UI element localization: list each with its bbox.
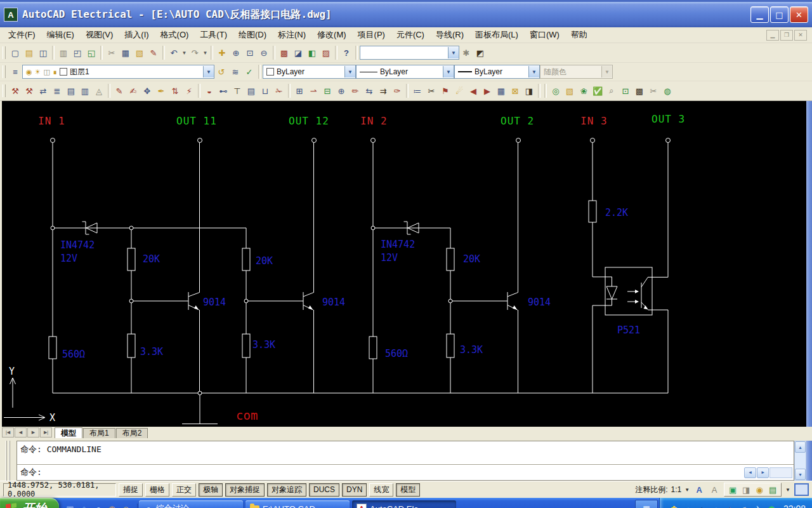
chevron-down-icon[interactable]: ▼ xyxy=(684,487,690,493)
menu-modify[interactable]: 修改(M) xyxy=(311,27,352,43)
undo-dropdown-icon[interactable]: ▼ xyxy=(181,46,188,60)
minimize-button[interactable]: ▁ xyxy=(750,6,769,23)
layer-on-bulb-icon[interactable]: ◉ xyxy=(26,69,32,76)
qcalc-icon[interactable]: ▨ xyxy=(319,46,333,60)
match-properties-icon[interactable]: ✎ xyxy=(147,46,160,60)
scoot-icon[interactable]: ⊷ xyxy=(216,84,230,98)
drawing-list-icon[interactable]: ⊠ xyxy=(508,84,522,98)
zoom-realtime-icon[interactable]: ⊕ xyxy=(229,46,243,60)
drawing-status-icon[interactable]: ▤ xyxy=(767,484,778,495)
markup-set-manager-icon[interactable]: ◪ xyxy=(291,46,305,60)
menu-insert[interactable]: 插入(I) xyxy=(119,27,154,43)
panel-bom-icon[interactable]: ▩ xyxy=(632,84,646,98)
taskbar-item-explorer[interactable]: E:\AUTO CAD xyxy=(246,500,350,508)
command-history[interactable]: 命令: COMMANDLINE xyxy=(17,441,794,465)
previous-drawing-icon[interactable]: ◀ xyxy=(466,84,480,98)
component-list-icon[interactable]: ≔ xyxy=(410,84,424,98)
search-command-combo[interactable]: ▼ xyxy=(360,46,459,60)
taskbar-clock[interactable]: 22:08 xyxy=(783,504,806,508)
save-icon[interactable]: ◫ xyxy=(36,46,50,60)
tray-volume-icon[interactable]: ♪ xyxy=(724,504,735,508)
menu-format[interactable]: 格式(O) xyxy=(155,27,195,43)
layer-freeze-sun-icon[interactable]: ☀ xyxy=(35,69,41,76)
plot-preview-icon[interactable]: ◰ xyxy=(70,46,84,60)
menu-dimension[interactable]: 标注(N) xyxy=(272,27,311,43)
tab-first-icon[interactable]: |◀ xyxy=(2,427,14,438)
chevron-down-icon[interactable]: ▼ xyxy=(443,66,454,77)
plot-icon[interactable]: ▥ xyxy=(56,46,70,60)
toolbar-lock-icon[interactable]: ◉ xyxy=(754,484,765,495)
insert-wire-icon[interactable]: ⇄ xyxy=(36,84,50,98)
qnew-icon[interactable]: ▢ xyxy=(8,46,22,60)
wire-gap-icon[interactable]: ⊕ xyxy=(334,84,348,98)
insert-component-icon[interactable]: ⚒ xyxy=(8,84,22,98)
swap-update-icon[interactable]: ⚡ xyxy=(182,84,196,98)
tool-palettes-icon[interactable]: ◩ xyxy=(473,46,487,60)
publish-icon[interactable]: ◱ xyxy=(84,46,98,60)
chevron-down-icon[interactable]: ▼ xyxy=(203,66,214,77)
messenger-icon[interactable]: ◈ xyxy=(79,504,89,508)
toggle-model[interactable]: 模型 xyxy=(396,483,420,497)
command-scrollbar[interactable]: ▲ ▼ xyxy=(794,441,806,481)
menu-help[interactable]: 帮助 xyxy=(565,27,593,43)
mdi-restore-button[interactable]: ❐ xyxy=(780,30,793,41)
toolbar-grip[interactable] xyxy=(3,46,6,59)
scroll-down-icon[interactable]: ▼ xyxy=(795,469,806,480)
wire-number-edit-icon[interactable]: ⊞ xyxy=(292,84,306,98)
taskbar-item-autocad[interactable]: A AutoCAD Ele... xyxy=(352,500,456,508)
zoom-previous-icon[interactable]: ⊖ xyxy=(257,46,271,60)
multiple-insert-icon[interactable]: ⚒ xyxy=(22,84,36,98)
align-component-icon[interactable]: ✒ xyxy=(154,84,168,98)
source-arrow-icon[interactable]: ⇆ xyxy=(362,84,376,98)
annotation-scale-value[interactable]: 1:1 xyxy=(671,485,681,494)
tray-thunder-icon[interactable]: ✈ xyxy=(752,504,763,508)
crimp-tool-icon[interactable]: ✁ xyxy=(272,84,286,98)
menu-wires[interactable]: 导线(R) xyxy=(430,27,469,43)
panel-wire-annotation-icon[interactable]: ❀ xyxy=(577,84,591,98)
ladder-editor-icon[interactable]: ▤ xyxy=(244,84,258,98)
tray-qq-icon[interactable]: ● xyxy=(697,504,707,508)
panel-report-icon[interactable]: ◍ xyxy=(660,84,674,98)
dest-arrow-icon[interactable]: ⇉ xyxy=(376,84,390,98)
next-drawing-icon[interactable]: ▶ xyxy=(480,84,494,98)
toggle-ortho[interactable]: 正交 xyxy=(172,483,196,497)
open-icon[interactable]: ▤ xyxy=(22,46,36,60)
terminal-strip-icon[interactable]: ⊡ xyxy=(619,84,632,98)
menu-tools[interactable]: 工具(T) xyxy=(194,27,233,43)
toggle-lwt[interactable]: 线宽 xyxy=(369,483,393,497)
annotation-visibility-icon[interactable]: A xyxy=(693,484,705,495)
insert-ladder-icon[interactable]: ≣ xyxy=(50,84,64,98)
copy-component-icon[interactable]: ✍ xyxy=(126,84,140,98)
chevron-down-icon[interactable]: ▼ xyxy=(528,66,539,77)
project-manager-icon[interactable]: ◨ xyxy=(522,84,536,98)
menu-components[interactable]: 元件(C) xyxy=(391,27,430,43)
maximize-button[interactable]: □ xyxy=(770,6,789,23)
cross-reference-icon[interactable]: ✑ xyxy=(390,84,404,98)
toggle-nonc-icon[interactable]: ◒ xyxy=(202,84,216,98)
circuit-builder-icon[interactable]: ⚑ xyxy=(438,84,452,98)
wire-type-icon[interactable]: ✏ xyxy=(348,84,362,98)
mdi-close-button[interactable]: ✕ xyxy=(794,30,807,41)
layer-lock-icon[interactable]: ∎ xyxy=(53,69,57,76)
tray-messenger-icon[interactable]: ✿ xyxy=(669,504,679,508)
menu-edit[interactable]: 编辑(E) xyxy=(41,27,80,43)
taskbar-item-browser[interactable]: e 综合讨论 - ... xyxy=(139,500,243,508)
show-desktop-icon[interactable]: ▣ xyxy=(65,504,75,508)
toggle-osnap[interactable]: 对象捕捉 xyxy=(225,483,265,497)
menu-view[interactable]: 视图(V) xyxy=(80,27,119,43)
language-bar[interactable]: ▦ xyxy=(635,500,658,508)
internet-explorer-icon[interactable]: e xyxy=(93,504,103,508)
scroll-up-icon[interactable]: ▲ xyxy=(795,441,806,453)
toggle-grid[interactable]: 栅格 xyxy=(145,483,169,497)
toolbar-grip[interactable] xyxy=(3,84,6,97)
make-layer-current-icon[interactable]: ✓ xyxy=(242,65,256,79)
scissors-circuit-icon[interactable]: ✂ xyxy=(424,84,438,98)
layer-states-icon[interactable]: ≋ xyxy=(228,65,242,79)
tray-browser-icon[interactable]: ◔ xyxy=(683,504,693,508)
toggle-otrack[interactable]: 对象追踪 xyxy=(267,483,306,497)
block-editor-icon[interactable]: ◧ xyxy=(305,46,319,60)
toolbar-grip[interactable] xyxy=(3,65,6,78)
panel-details-icon[interactable]: ⌕ xyxy=(605,84,619,98)
title-block-icon[interactable]: ▦ xyxy=(494,84,508,98)
tray-antivirus-icon[interactable]: ☂ xyxy=(766,504,777,508)
